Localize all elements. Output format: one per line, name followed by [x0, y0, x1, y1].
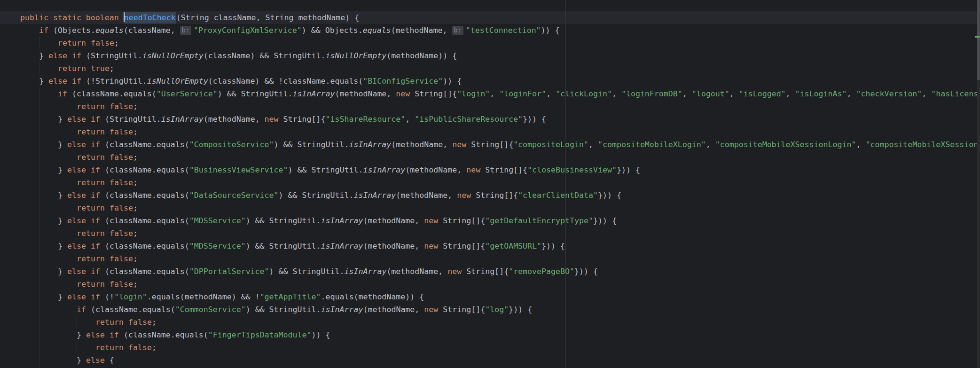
- keyword-token: return false: [77, 254, 133, 263]
- code-token: ) && Objects.: [302, 26, 363, 35]
- code-line[interactable]: return false;: [0, 37, 980, 49]
- code-line[interactable]: return false;: [0, 151, 980, 164]
- code-text: return false;: [77, 151, 138, 164]
- keyword-token: if: [58, 89, 72, 98]
- code-token: ,: [405, 115, 415, 124]
- scrollbar-thumb[interactable]: [977, 0, 980, 80]
- code-line[interactable]: if (className.equals("CommonService") &&…: [0, 303, 980, 316]
- code-line[interactable]: public static boolean needToCheck(String…: [0, 11, 980, 24]
- keyword-token: return false: [95, 318, 152, 327]
- keyword-token: new: [396, 89, 410, 98]
- string-token: "MDSService": [189, 242, 246, 251]
- code-token: (className.equals(: [105, 242, 189, 251]
- code-line[interactable]: return false;: [0, 252, 980, 265]
- indent-guide: [58, 227, 58, 240]
- code-token: ;: [133, 254, 138, 263]
- code-area[interactable]: public static boolean needToCheck(String…: [0, 11, 980, 367]
- code-token: ;: [152, 318, 157, 327]
- code-line[interactable]: } else if (className.equals("DataSourceS…: [0, 189, 980, 202]
- code-token: .equals(methodName)) {: [321, 292, 424, 301]
- code-line[interactable]: } else if (className.equals("CompositeSe…: [0, 138, 980, 151]
- static-method-token: isInArray: [321, 242, 363, 251]
- string-token: "log": [485, 305, 509, 314]
- code-line[interactable]: if (className.equals("UserService") && S…: [0, 87, 980, 100]
- code-token: })) {: [593, 216, 617, 225]
- string-token: "DataSourceService": [189, 191, 279, 200]
- indent-guide: [58, 329, 58, 341]
- code-line[interactable]: return false;: [0, 125, 980, 138]
- code-token: }: [58, 115, 67, 124]
- keyword-token: else if: [48, 77, 86, 86]
- code-line[interactable]: } else if (StringUtil.isInArray(methodNa…: [0, 113, 980, 125]
- code-token: ,: [682, 89, 692, 98]
- code-token: (methodName,: [396, 191, 457, 200]
- keyword-token: return false: [58, 39, 114, 47]
- code-token: (className,: [124, 26, 180, 35]
- code-token: ,: [490, 89, 499, 98]
- code-text: return false;: [77, 100, 138, 113]
- string-token: "clickLogin": [556, 89, 612, 98]
- string-token: "compositeMobileXLogin": [598, 140, 706, 149]
- code-token: }: [77, 330, 86, 339]
- code-line[interactable]: return false;: [0, 100, 980, 113]
- string-token: "closeBusinessView": [527, 165, 617, 174]
- keyword-token: else if: [67, 140, 105, 149]
- code-line[interactable]: } else if (className.equals("MDSService"…: [0, 240, 980, 252]
- code-text: } else if (className.equals("DPPortalSer…: [58, 265, 598, 278]
- code-line[interactable]: return false;: [0, 176, 980, 189]
- string-token: "isLogged": [739, 89, 786, 98]
- code-token: ) && StringUtil.: [246, 216, 321, 225]
- code-token: (className.equals(: [105, 191, 189, 200]
- vertical-scrollbar[interactable]: [977, 0, 980, 368]
- code-token: String[]{: [480, 165, 527, 174]
- error-stripe-mark[interactable]: [975, 36, 980, 38]
- keyword-token: return false: [77, 204, 133, 212]
- indent-guide: [39, 37, 39, 49]
- code-token: ;: [152, 343, 157, 352]
- string-token: "ProxyConfigXmlService": [194, 26, 302, 35]
- code-line[interactable]: } else if (!"login".equals(methodName) &…: [0, 290, 980, 303]
- code-token: (className.equals(: [105, 165, 189, 174]
- code-line[interactable]: return false;: [0, 278, 980, 290]
- static-method-token: isInArray: [321, 216, 363, 225]
- code-token: ,: [786, 89, 795, 98]
- code-line[interactable]: } else if (!StringUtil.isNullOrEmpty(cla…: [0, 75, 980, 87]
- code-text: } else if (StringUtil.isNullOrEmpty(clas…: [39, 49, 457, 62]
- keyword-token: return false: [77, 280, 133, 289]
- code-line[interactable]: } else if (className.equals("MDSService"…: [0, 214, 980, 227]
- code-token: ,: [847, 89, 856, 98]
- code-token: )) {: [443, 77, 462, 86]
- static-method-token: isNullOrEmpty: [142, 51, 204, 60]
- indent-guide: [77, 316, 77, 329]
- code-line[interactable]: return false;: [0, 341, 980, 354]
- code-line[interactable]: return false;: [0, 202, 980, 214]
- code-line[interactable]: } else if (className.equals("FingerTipsD…: [0, 329, 980, 341]
- code-text: return true;: [58, 62, 114, 75]
- code-line[interactable]: } else if (StringUtil.isNullOrEmpty(clas…: [0, 49, 980, 62]
- code-token: (className.equals(: [105, 267, 189, 276]
- code-token: String[]{: [279, 115, 326, 124]
- code-token: (className.equals(: [105, 140, 189, 149]
- code-text: return false;: [77, 176, 138, 189]
- indent-guide: [39, 252, 39, 265]
- indent-guide: [39, 100, 39, 113]
- code-line[interactable]: return false;: [0, 227, 980, 240]
- code-token: (methodName,: [391, 26, 452, 35]
- code-line[interactable]: } else if (className.equals("DPPortalSer…: [0, 265, 980, 278]
- code-token: ,: [706, 140, 715, 149]
- code-token: ,: [612, 89, 621, 98]
- code-token: })) {: [541, 242, 565, 251]
- code-line[interactable]: return false;: [0, 316, 980, 329]
- string-token: "login": [457, 89, 490, 98]
- code-token: )) {: [541, 26, 560, 35]
- code-text: } else if (className.equals("MDSService"…: [58, 240, 565, 252]
- code-token: (className.equals(: [72, 89, 157, 98]
- indent-guide: [39, 278, 39, 290]
- code-line[interactable]: } else if (className.equals("BusinessVie…: [0, 164, 980, 176]
- indent-guide: [58, 125, 58, 138]
- code-token: ) && StringUtil.: [218, 89, 293, 98]
- code-line[interactable]: } else {: [0, 354, 980, 367]
- code-line[interactable]: return true;: [0, 62, 980, 75]
- code-line[interactable]: if (Objects.equals(className, b:"ProxyCo…: [0, 24, 980, 37]
- keyword-token: return false: [77, 153, 133, 162]
